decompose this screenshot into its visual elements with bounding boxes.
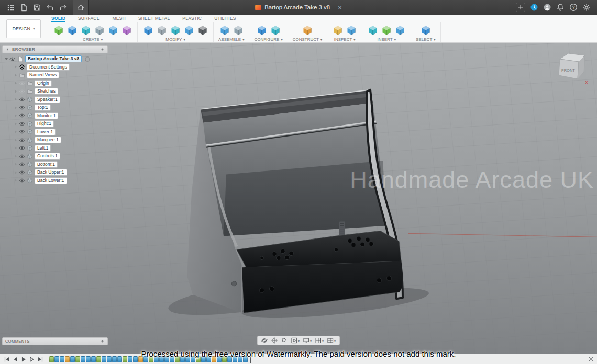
timeline-marker-sketch[interactable] (222, 356, 227, 362)
timeline-marker-feature[interactable] (201, 356, 206, 362)
coil-icon[interactable] (107, 25, 119, 36)
timeline-marker-sketch[interactable] (149, 356, 153, 362)
visibility-eye-icon[interactable] (19, 145, 25, 151)
expand-arrow-icon[interactable] (15, 146, 17, 150)
group-assemble-menu[interactable]: ASSEMBLE▾ (218, 37, 244, 42)
timeline-marker-feature[interactable] (238, 356, 242, 362)
bell-icon[interactable] (556, 3, 565, 12)
tab-surface[interactable]: SURFACE (78, 15, 100, 22)
timeline-marker-feature[interactable] (206, 356, 211, 362)
browser-item-speaker-1[interactable]: Speaker:1 (2, 96, 108, 104)
timeline-marker-feature[interactable] (227, 356, 232, 362)
expand-arrow-icon[interactable] (15, 106, 17, 109)
timeline-marker-feature[interactable] (217, 356, 222, 362)
timeline-marker-feature[interactable] (60, 356, 64, 362)
timeline-marker-feature[interactable] (233, 356, 237, 362)
skip-start-icon[interactable] (3, 356, 10, 363)
viewports-tool[interactable]: ▾ (326, 336, 337, 345)
timeline-marker-sketch[interactable] (75, 356, 80, 362)
new-component-icon[interactable] (219, 25, 230, 36)
visibility-eye-icon[interactable] (19, 88, 25, 95)
comments-bar[interactable]: COMMENTS (2, 337, 108, 345)
timeline-marker-feature[interactable] (128, 356, 132, 362)
configuration-table-icon[interactable] (270, 25, 281, 36)
timeline-marker-feature[interactable] (185, 356, 190, 362)
visibility-eye-icon[interactable] (19, 137, 25, 143)
job-status-icon[interactable] (530, 3, 538, 12)
section-analysis-icon[interactable] (346, 25, 357, 36)
timeline-marker-feature[interactable] (143, 356, 148, 362)
timeline-marker-sketch[interactable] (196, 356, 201, 362)
timeline-marker-feature[interactable] (81, 356, 85, 362)
browser-item-back-upper-1[interactable]: Back Upper:1 (2, 168, 108, 177)
step-back-icon[interactable] (12, 356, 19, 363)
timeline-marker-feature[interactable] (164, 356, 169, 362)
document-tab[interactable]: Bartop Arcade Take 3 v8 × (250, 0, 347, 15)
browser-header[interactable]: BROWSER (2, 46, 108, 53)
browser-item-left-1[interactable]: Left:1 (2, 144, 108, 153)
timeline-marker-sketch[interactable] (123, 356, 127, 362)
redo-icon[interactable] (59, 4, 67, 12)
browser-item-lower-1[interactable]: Lower:1 (2, 128, 108, 136)
expand-arrow-icon[interactable] (15, 171, 17, 174)
zoom-tool[interactable] (280, 336, 289, 345)
visibility-eye-icon[interactable] (9, 56, 16, 62)
browser-item-origin[interactable]: Origin (2, 79, 108, 88)
expand-arrow-icon[interactable] (15, 74, 17, 77)
visibility-eye-icon[interactable] (19, 105, 25, 111)
browser-item-sketches[interactable]: Sketches (2, 87, 108, 96)
press-pull-icon[interactable] (142, 25, 154, 36)
configuration-icon[interactable] (256, 25, 268, 36)
timeline-marker-feature[interactable] (180, 356, 185, 362)
pattern-icon[interactable] (121, 25, 132, 36)
box-icon[interactable] (67, 25, 78, 36)
timeline-marker-feature[interactable] (54, 356, 59, 362)
grid-tool[interactable]: ▾ (314, 336, 325, 345)
skip-end-icon[interactable] (37, 356, 44, 363)
tab-utilities[interactable]: UTILITIES (214, 15, 236, 22)
visibility-eye-icon[interactable] (19, 129, 25, 135)
sphere-icon[interactable] (94, 25, 105, 36)
timeline-marker-feature[interactable] (70, 356, 75, 362)
timeline-marker-feature[interactable] (191, 356, 195, 362)
fit-tool[interactable]: ▾ (290, 336, 301, 345)
step-forward-icon[interactable] (28, 356, 36, 363)
combine-icon[interactable] (183, 25, 195, 36)
group-inspect-menu[interactable]: INSPECT▾ (334, 37, 356, 42)
browser-item-bottom-1[interactable]: Bottom:1 (2, 161, 108, 169)
timeline-marker-feature[interactable] (91, 356, 96, 362)
visibility-eye-icon[interactable] (19, 153, 25, 160)
gear-icon[interactable] (582, 3, 591, 12)
timeline-marker-feature[interactable] (86, 356, 91, 362)
browser-item-top-1[interactable]: Top:1 (2, 104, 108, 112)
tab-plastic[interactable]: PLASTIC (182, 15, 202, 22)
timeline-marker-feature[interactable] (112, 356, 117, 362)
undo-icon[interactable] (46, 4, 54, 12)
insert-derive-icon[interactable] (367, 25, 379, 36)
timeline-marker-feature[interactable] (154, 356, 159, 362)
timeline-marker-construct[interactable] (212, 356, 216, 362)
panel-options-icon[interactable] (100, 47, 105, 52)
timeline-marker-feature[interactable] (117, 356, 122, 362)
viewport[interactable]: Handmade Arcade UK FRONT x BROWSER Barto… (0, 43, 597, 354)
move-icon[interactable] (197, 25, 208, 36)
expand-arrow-icon[interactable] (15, 98, 17, 101)
browser-item-right-1[interactable]: Right:1 (2, 120, 108, 128)
timeline-marker-sketch[interactable] (175, 356, 180, 362)
browser-item-monitor-1[interactable]: Monitor:1 (2, 112, 108, 120)
browser-item-back-lower-1[interactable]: Back Lower:1 (2, 177, 108, 185)
activate-component-radio[interactable] (84, 56, 91, 62)
group-construct-menu[interactable]: CONSTRUCT▾ (293, 37, 322, 42)
visibility-eye-icon[interactable] (19, 80, 25, 86)
browser-item-controls-1[interactable]: Controls:1 (2, 152, 108, 161)
timeline-marker-feature[interactable] (170, 356, 174, 362)
construction-plane-icon[interactable] (302, 25, 313, 36)
browser-item-document-settings[interactable]: Document Settings (2, 63, 108, 72)
viewcube[interactable]: FRONT x (552, 48, 590, 86)
tab-mesh[interactable]: MESH (113, 15, 126, 22)
expand-arrow-icon[interactable] (15, 82, 17, 85)
expand-arrow-icon[interactable] (15, 130, 17, 133)
timeline-settings-gear-icon[interactable] (588, 356, 594, 362)
tab-sheet-metal[interactable]: SHEET METAL (138, 15, 170, 22)
expand-arrow-icon[interactable] (15, 163, 17, 166)
